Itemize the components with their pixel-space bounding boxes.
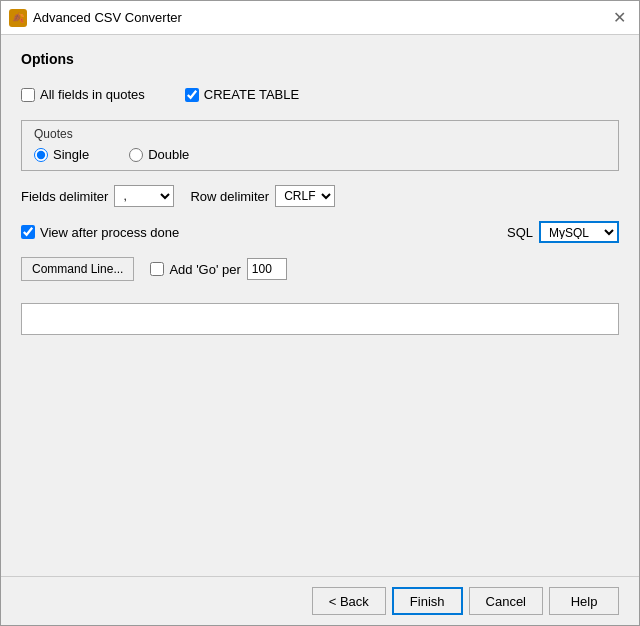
all-fields-label: All fields in quotes [40,87,145,102]
help-button[interactable]: Help [549,587,619,615]
all-fields-checkbox-label[interactable]: All fields in quotes [21,87,145,102]
cancel-button[interactable]: Cancel [469,587,543,615]
add-go-checkbox-label[interactable]: Add 'Go' per [150,262,240,277]
view-after-label: View after process done [40,225,179,240]
section-title: Options [21,51,619,67]
sql-wrapper: MySQL MSSQL Oracle SQLite [539,221,619,243]
create-table-label: CREATE TABLE [204,87,299,102]
row-cmdline-go: Command Line... Add 'Go' per [21,257,619,281]
view-after-checkbox-label[interactable]: View after process done [21,225,179,240]
row-delimiter-label: Row delimiter [190,189,269,204]
view-sql-row: View after process done SQL MySQL MSSQL … [21,221,619,243]
view-after-checkbox[interactable] [21,225,35,239]
all-fields-checkbox[interactable] [21,88,35,102]
go-group: Add 'Go' per [150,258,286,280]
title-bar: 🍂 Advanced CSV Converter ✕ [1,1,639,35]
double-radio-label[interactable]: Double [129,147,189,162]
add-go-checkbox[interactable] [150,262,164,276]
create-table-checkbox[interactable] [185,88,199,102]
content-area: Options All fields in quotes CREATE TABL… [1,35,639,576]
window-title: Advanced CSV Converter [33,10,182,25]
main-window: 🍂 Advanced CSV Converter ✕ Options All f… [0,0,640,626]
double-label: Double [148,147,189,162]
fields-delimiter-label: Fields delimiter [21,189,108,204]
output-area [21,303,619,335]
sql-select[interactable]: MySQL MSSQL Oracle SQLite [539,221,619,243]
single-radio-label[interactable]: Single [34,147,89,162]
back-button[interactable]: < Back [312,587,386,615]
row-delimiters: Fields delimiter , ; | Tab Row delimiter… [21,185,619,207]
quotes-group: Quotes Single Double [21,120,619,171]
row-delimiter-group: Row delimiter CRLF LF CR [190,185,335,207]
fields-delimiter-select[interactable]: , ; | Tab [114,185,174,207]
options-area: All fields in quotes CREATE TABLE Quotes… [21,87,619,560]
single-radio[interactable] [34,148,48,162]
sql-label: SQL [507,225,533,240]
quotes-legend: Quotes [34,127,606,141]
title-bar-left: 🍂 Advanced CSV Converter [9,9,182,27]
row-delimiter-select[interactable]: CRLF LF CR [275,185,335,207]
add-go-label: Add 'Go' per [169,262,240,277]
sql-group: SQL MySQL MSSQL Oracle SQLite [507,221,619,243]
go-per-input[interactable] [247,258,287,280]
radio-group: Single Double [34,147,606,162]
row-checkboxes: All fields in quotes CREATE TABLE [21,87,619,102]
fields-delimiter-group: Fields delimiter , ; | Tab [21,185,174,207]
single-label: Single [53,147,89,162]
finish-button[interactable]: Finish [392,587,463,615]
footer: < Back Finish Cancel Help [1,576,639,625]
app-icon: 🍂 [9,9,27,27]
close-button[interactable]: ✕ [607,6,631,30]
double-radio[interactable] [129,148,143,162]
command-line-button[interactable]: Command Line... [21,257,134,281]
create-table-checkbox-label[interactable]: CREATE TABLE [185,87,299,102]
